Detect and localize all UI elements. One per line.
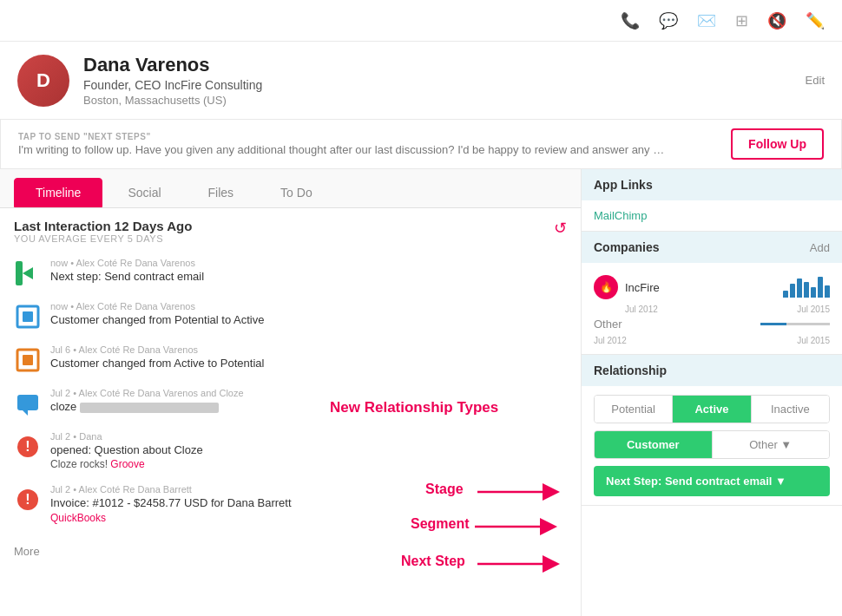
relationship-title: Relationship [594,364,667,377]
followup-button[interactable]: Follow Up [731,128,824,160]
stage-active-button[interactable]: Active [673,396,751,423]
bar-1 [783,291,788,298]
timeline-meta: now • Alex Coté Re Dana Varenos [50,258,567,268]
date-end: Jul 2015 [797,305,830,314]
other-bar-fill [760,323,786,325]
svg-marker-1 [23,267,33,279]
profile-location: Boston, Massachusetts (US) [83,94,792,107]
refresh-icon[interactable]: ↺ [554,219,567,238]
tab-todo[interactable]: To Do [259,178,334,207]
timeline-body: Jul 2 • Alex Coté Re Dana Barrett Invoic… [50,484,567,524]
next-step-button[interactable]: Next Step: Send contract email ▼ [594,466,830,496]
tab-files[interactable]: Files [187,178,256,207]
timeline-item: ! Jul 2 • Alex Coté Re Dana Barrett Invo… [14,484,567,524]
followup-label: TAP TO SEND "NEXT STEPS" [18,132,717,141]
other-chart-dates: Jul 2012 Jul 2015 [594,336,830,345]
incfire-icon: 🔥 [594,275,618,299]
timeline-body: now • Alex Coté Re Dana Varenos Customer… [50,301,567,326]
timeline-action: Invoice: #1012 - $2458.77 USD for Dana B… [50,496,567,509]
main-content: Timeline Social Files To Do Last Interac… [0,169,842,616]
interaction-header-left: Last Interaction 12 Days Ago YOU AVERAGE… [14,219,192,254]
relationship-body: Potential Active Inactive Customer Other… [582,386,842,505]
stage-buttons: Potential Active Inactive [594,395,830,423]
bar-6 [818,277,823,298]
relationship-section: Relationship Potential Active Inactive C… [582,355,842,506]
mailchimp-link[interactable]: MailChimp [594,209,647,222]
other-date-end: Jul 2015 [797,336,830,345]
stage-potential-button[interactable]: Potential [595,396,673,423]
svg-text:!: ! [25,492,30,507]
interaction-title: Last Interaction 12 Days Ago [14,219,192,233]
other-bar [760,323,830,325]
quickbooks-link[interactable]: QuickBooks [50,512,106,524]
incfire-chart [783,277,830,298]
companies-header: Companies Add [582,232,842,263]
speaker-icon[interactable]: 🔇 [767,11,786,30]
app-links-section: App Links MailChimp [582,169,842,232]
stage-inactive-button[interactable]: Inactive [752,396,829,423]
timeline-action: Customer changed from Potential to Activ… [50,313,567,326]
timeline-item: Jul 2 • Alex Coté Re Dana Varenos and Cl… [14,388,567,417]
companies-add-link[interactable]: Add [810,241,830,254]
chat-icon[interactable]: 💬 [659,11,678,30]
edit-icon[interactable]: ✏️ [806,11,825,30]
top-nav: 📞 💬 ✉️ ⊞ 🔇 ✏️ [0,0,842,42]
incfire-chart-dates: Jul 2012 Jul 2015 [594,305,830,314]
company-row-incfire: 🔥 IncFire [594,272,830,303]
grid-icon[interactable]: ⊞ [735,11,748,30]
svg-marker-7 [23,410,28,416]
followup-text-area: TAP TO SEND "NEXT STEPS" I'm writing to … [18,132,717,156]
avatar: D [17,55,69,107]
segment-other-button[interactable]: Other ▼ [713,431,830,458]
tab-social[interactable]: Social [106,178,182,207]
profile-name: Dana Varenos [83,54,792,76]
tabs-bar: Timeline Social Files To Do [0,169,581,208]
other-date-start: Jul 2012 [594,336,627,345]
app-links-body: MailChimp [582,200,842,231]
right-panel: App Links MailChimp Companies Add 🔥 IncF… [582,169,842,616]
segment-customer-button[interactable]: Customer [595,431,713,458]
incfire-name: IncFire [625,281,776,294]
interaction-sub: YOU AVERAGE EVERY 5 DAYS [14,233,192,244]
app-wrapper: 📞 💬 ✉️ ⊞ 🔇 ✏️ D Dana Varenos Founder, CE… [0,0,842,616]
segment-buttons: Customer Other ▼ [594,430,830,459]
timeline-item: now • Alex Coté Re Dana Varenos Customer… [14,301,567,331]
tab-timeline[interactable]: Timeline [14,178,102,207]
svg-rect-3 [23,311,33,322]
phone-icon[interactable]: 📞 [621,11,640,30]
alert-red-icon-2: ! [14,486,42,514]
timeline-body: Jul 2 • Dana opened: Question about Cloz… [50,431,567,470]
profile-info: Dana Varenos Founder, CEO IncFire Consul… [83,54,792,107]
groove-link[interactable]: Groove [110,458,144,470]
mail-icon[interactable]: ✉️ [697,11,716,30]
other-chart-area [760,323,830,325]
next-step-label: Next Step: Send contract email ▼ [606,475,786,488]
timeline-sub: Cloze rocks! Groove [50,458,567,470]
more-link[interactable]: More [14,545,40,558]
timeline-meta: Jul 2 • Alex Coté Re Dana Barrett [50,484,567,495]
timeline-item: Jul 6 • Alex Coté Re Dana Varenos Custom… [14,344,567,374]
bar-3 [797,279,802,298]
companies-section: Companies Add 🔥 IncFire [582,232,842,355]
timeline-action: Next step: Send contract email [50,270,567,283]
timeline-body: Jul 6 • Alex Coté Re Dana Varenos Custom… [50,344,567,370]
edit-link[interactable]: Edit [806,74,825,87]
other-company-name: Other [594,318,622,331]
app-links-title: App Links [594,178,653,192]
box-blue-icon [14,303,42,331]
bar-4 [804,282,809,298]
profile-title: Founder, CEO IncFire Consulting [83,78,792,92]
companies-body: 🔥 IncFire Jul 2012 [582,263,842,354]
timeline-meta: Jul 6 • Alex Coté Re Dana Varenos [50,344,567,355]
relationship-header: Relationship [582,355,842,386]
timeline-meta: Jul 2 • Alex Coté Re Dana Varenos and Cl… [50,388,567,398]
followup-message: I'm writing to follow up. Have you given… [18,143,669,156]
timeline-action: opened: Question about Cloze [50,443,567,456]
timeline-sub-link: QuickBooks [50,511,567,524]
app-links-header: App Links [582,169,842,200]
timeline-meta: Jul 2 • Dana [50,431,567,442]
timeline-meta: now • Alex Coté Re Dana Varenos [50,301,567,311]
blurred-content [80,403,219,413]
svg-text:!: ! [25,439,30,454]
followup-banner: TAP TO SEND "NEXT STEPS" I'm writing to … [0,120,842,169]
